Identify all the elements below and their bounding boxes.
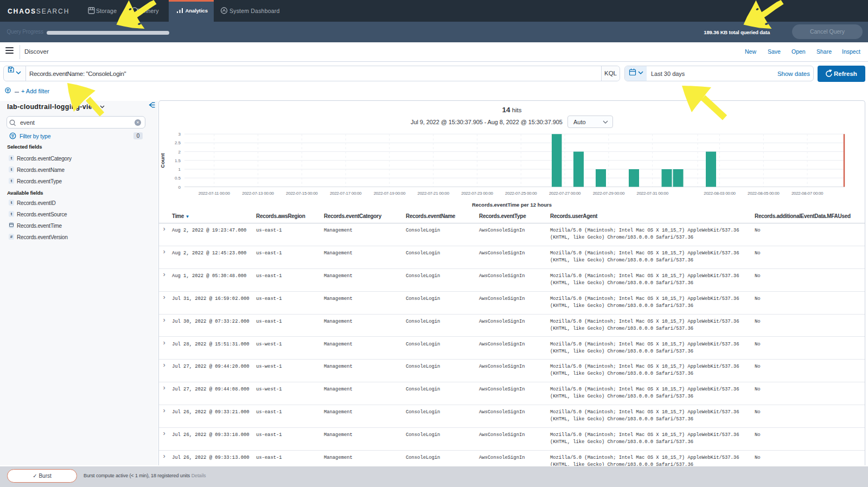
svg-text:2022-07-25 00:00: 2022-07-25 00:00 bbox=[505, 191, 537, 196]
svg-text:2022-08-03 00:00: 2022-08-03 00:00 bbox=[704, 191, 736, 196]
svg-text:Count: Count bbox=[159, 152, 165, 168]
svg-text:2022-07-21 00:00: 2022-07-21 00:00 bbox=[418, 191, 450, 196]
svg-text:2022-08-07 00:00: 2022-08-07 00:00 bbox=[792, 191, 824, 196]
svg-text:3: 3 bbox=[178, 132, 181, 137]
svg-text:2022-07-13 00:00: 2022-07-13 00:00 bbox=[242, 191, 274, 196]
svg-text:1.5: 1.5 bbox=[175, 158, 181, 163]
svg-text:2022-07-27 00:00: 2022-07-27 00:00 bbox=[549, 191, 581, 196]
svg-text:2022-07-19 00:00: 2022-07-19 00:00 bbox=[374, 191, 406, 196]
svg-text:2.5: 2.5 bbox=[175, 140, 181, 145]
svg-text:2022-07-23 00:00: 2022-07-23 00:00 bbox=[461, 191, 493, 196]
svg-text:1: 1 bbox=[178, 167, 181, 172]
svg-text:2022-07-15 00:00: 2022-07-15 00:00 bbox=[286, 191, 318, 196]
svg-text:2022-07-11 00:00: 2022-07-11 00:00 bbox=[199, 191, 231, 196]
svg-text:2022-08-05 00:00: 2022-08-05 00:00 bbox=[748, 191, 780, 196]
svg-text:2: 2 bbox=[178, 150, 181, 155]
svg-text:2022-07-31 00:00: 2022-07-31 00:00 bbox=[637, 191, 669, 196]
svg-text:2022-07-17 00:00: 2022-07-17 00:00 bbox=[330, 191, 362, 196]
svg-text:0: 0 bbox=[178, 185, 181, 190]
svg-text:2022-07-29 00:00: 2022-07-29 00:00 bbox=[593, 191, 625, 196]
svg-text:0.5: 0.5 bbox=[175, 176, 181, 181]
